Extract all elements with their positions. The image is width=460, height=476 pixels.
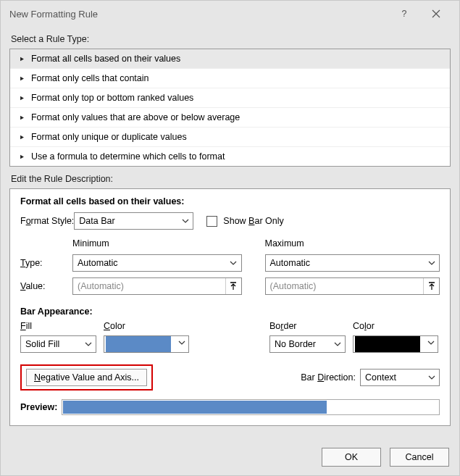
rule-type-item[interactable]: ► Format only unique or duplicate values — [10, 128, 450, 147]
close-icon — [432, 9, 440, 18]
rule-type-text: Format only cells that contain — [31, 73, 149, 83]
show-bar-only-label: Show Bar Only — [223, 216, 283, 226]
type-min-select[interactable]: Automatic — [72, 254, 242, 272]
chevron-down-icon — [180, 215, 190, 227]
preview-bar-fill — [63, 401, 327, 414]
ok-label: OK — [345, 452, 358, 462]
bar-direction-label: Bar Direction: — [301, 372, 356, 383]
play-icon: ► — [19, 55, 25, 62]
negative-value-axis-button[interactable]: Negative Value and Axis... — [26, 369, 147, 386]
description-heading: Format all cells based on their values: — [20, 196, 440, 206]
highlight-annotation: Negative Value and Axis... — [20, 364, 153, 391]
rule-type-list: ► Format all cells based on their values… — [9, 49, 451, 167]
close-button[interactable] — [420, 3, 452, 25]
play-icon: ► — [19, 94, 25, 101]
select-rule-type-label: Select a Rule Type: — [1, 27, 459, 49]
rule-type-item[interactable]: ► Format only top or bottom ranked value… — [10, 88, 450, 108]
format-style-select[interactable]: Data Bar — [74, 212, 193, 230]
play-icon: ► — [19, 114, 25, 121]
border-value: No Border — [275, 339, 316, 349]
rule-type-item[interactable]: ► Use a formula to determine which cells… — [10, 147, 450, 166]
show-bar-only-checkbox[interactable] — [206, 216, 217, 227]
fill-color-label: Color — [104, 321, 205, 331]
value-min-input[interactable]: (Automatic) — [72, 277, 242, 295]
chevron-down-icon — [83, 338, 93, 350]
format-style-label: Format Style: — [20, 216, 74, 226]
rule-type-text: Format all cells based on their values — [31, 54, 180, 64]
rule-type-text: Use a formula to determine which cells t… — [31, 151, 225, 162]
border-color-select[interactable] — [353, 335, 438, 353]
border-color-swatch — [355, 336, 420, 352]
ok-button[interactable]: OK — [322, 448, 381, 467]
chevron-down-icon — [426, 257, 436, 269]
negative-value-axis-label: Negative Value and Axis... — [34, 372, 139, 383]
type-max-value: Automatic — [270, 258, 311, 268]
maximum-heading: Maximum — [265, 238, 440, 249]
bar-appearance-heading: Bar Appearance: — [20, 306, 440, 317]
play-icon: ► — [19, 75, 25, 82]
minimum-heading: Minimum — [72, 238, 248, 249]
range-picker-icon[interactable] — [225, 278, 241, 294]
value-max-input[interactable]: (Automatic) — [265, 277, 440, 295]
border-label: Border — [269, 321, 353, 331]
preview-label: Preview: — [20, 402, 57, 412]
help-icon: ? — [402, 9, 407, 19]
rule-type-text: Format only top or bottom ranked values — [31, 93, 193, 103]
help-button[interactable]: ? — [388, 3, 420, 25]
cancel-button[interactable]: Cancel — [390, 448, 449, 467]
value-max-placeholder: (Automatic) — [270, 281, 317, 291]
rule-description-panel: Format all cells based on their values: … — [9, 188, 451, 426]
bar-direction-select[interactable]: Context — [360, 369, 440, 386]
titlebar: New Formatting Rule ? — [1, 1, 459, 27]
cancel-label: Cancel — [406, 452, 434, 462]
play-icon: ► — [19, 153, 25, 160]
rule-type-text: Format only unique or duplicate values — [31, 132, 187, 142]
bar-direction-value: Context — [365, 372, 396, 383]
chevron-down-icon — [427, 338, 435, 348]
border-select[interactable]: No Border — [269, 335, 346, 353]
type-max-select[interactable]: Automatic — [265, 254, 440, 272]
chevron-down-icon — [332, 338, 342, 350]
fill-value: Solid Fill — [25, 339, 59, 349]
preview-bar — [62, 399, 440, 415]
value-label: Value: — [20, 281, 72, 291]
chevron-down-icon — [426, 372, 436, 383]
fill-color-select[interactable] — [104, 335, 189, 353]
type-min-value: Automatic — [78, 258, 118, 268]
format-style-value: Data Bar — [79, 216, 114, 226]
edit-description-label: Edit the Rule Description: — [1, 167, 459, 188]
border-color-label: Color — [353, 321, 440, 331]
type-label: Type: — [20, 258, 72, 268]
rule-type-item[interactable]: ► Format only cells that contain — [10, 69, 450, 88]
rule-type-text: Format only values that are above or bel… — [31, 112, 240, 122]
play-icon: ► — [19, 133, 25, 141]
rule-type-item[interactable]: ► Format all cells based on their values — [10, 49, 450, 69]
chevron-down-icon — [228, 257, 238, 269]
chevron-down-icon — [178, 338, 185, 348]
dialog-button-row: OK Cancel — [322, 448, 449, 467]
rule-type-item[interactable]: ► Format only values that are above or b… — [10, 108, 450, 128]
fill-label: Fill — [20, 321, 104, 331]
fill-color-swatch — [106, 336, 171, 352]
dialog-title: New Formatting Rule — [9, 9, 388, 20]
fill-select[interactable]: Solid Fill — [20, 335, 96, 353]
value-min-placeholder: (Automatic) — [78, 281, 124, 291]
range-picker-icon[interactable] — [423, 278, 439, 294]
